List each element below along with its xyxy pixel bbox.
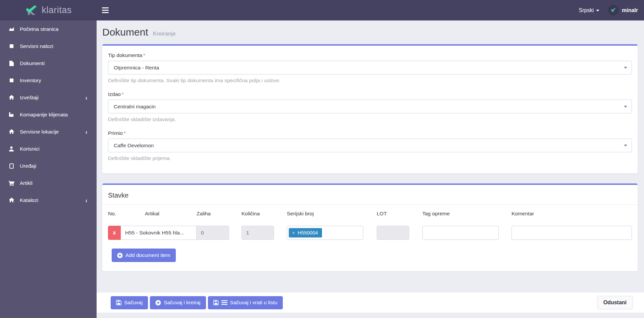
col-komentar: Komentar bbox=[512, 211, 632, 217]
cart-icon bbox=[8, 180, 15, 186]
kolicina-input bbox=[241, 226, 274, 240]
plus-circle-icon bbox=[117, 253, 123, 258]
square-icon bbox=[8, 44, 15, 49]
save-and-create-button[interactable]: Sačuvaj i kreiraj bbox=[150, 296, 206, 309]
language-label: Srpski bbox=[579, 7, 594, 13]
remove-serial-icon[interactable]: × bbox=[292, 230, 295, 235]
save-icon bbox=[116, 300, 121, 305]
page-subtitle: Kreiranje bbox=[153, 31, 176, 37]
add-document-item-button[interactable]: Add document item bbox=[112, 249, 176, 262]
field-label: Tip dokumenta bbox=[108, 52, 142, 58]
col-serijski-broj: Serijski broj bbox=[287, 211, 363, 217]
col-kolicina: Količina bbox=[241, 211, 274, 217]
caret-down-icon bbox=[596, 10, 599, 11]
sidebar-item-artikli[interactable]: Artikli bbox=[0, 174, 97, 192]
items-card: Stavke No. Artikal Zaliha Količina Serij… bbox=[102, 183, 638, 271]
field-tip-dokumenta: Tip dokumenta* Otpremnica - Renta Defini… bbox=[108, 52, 632, 84]
lot-input bbox=[377, 226, 409, 240]
save-button-label: Sačuvaj bbox=[124, 300, 143, 306]
save-button[interactable]: Sačuvaj bbox=[111, 296, 148, 309]
serial-tag: × H550004 bbox=[289, 228, 322, 237]
tablet-icon bbox=[8, 163, 15, 169]
topbar: klaritas Srpski minalr bbox=[0, 0, 644, 20]
user-menu[interactable]: minalr bbox=[608, 5, 638, 15]
tag-opreme-input[interactable] bbox=[422, 226, 499, 240]
footer-action-bar: Sačuvaj Sačuvaj i kreiraj Sačuvaj i vrat… bbox=[97, 293, 644, 313]
delete-item-button[interactable]: x bbox=[108, 226, 121, 240]
home-icon bbox=[8, 95, 15, 100]
brand[interactable]: klaritas bbox=[0, 0, 97, 20]
sidebar-item-komapanije-klijenata[interactable]: Komapanije klijenata bbox=[0, 106, 97, 123]
chevron-left-icon: ‹ bbox=[86, 128, 87, 135]
select-value: Centralni magacin bbox=[114, 104, 156, 110]
close-icon: x bbox=[113, 230, 116, 236]
sidebar-item-servisne-lokacije[interactable]: Servisne lokacije ‹ bbox=[0, 123, 97, 140]
industry-icon bbox=[8, 112, 15, 117]
chevron-down-icon bbox=[624, 145, 627, 147]
home-icon bbox=[8, 129, 15, 135]
document-form-card: Tip dokumenta* Otpremnica - Renta Defini… bbox=[102, 44, 638, 173]
primio-select[interactable]: Caffe Develomon bbox=[108, 139, 632, 152]
col-no: No. bbox=[108, 211, 121, 217]
col-tag-opreme: Tag opreme bbox=[422, 211, 499, 217]
field-help: Definišite skladište prijema. bbox=[108, 155, 632, 161]
select-value: Otpremnica - Renta bbox=[114, 65, 159, 71]
chart-area-icon bbox=[8, 26, 15, 32]
save-and-create-label: Sačuvaj i kreiraj bbox=[164, 300, 200, 306]
col-artikal: Artikal bbox=[121, 211, 197, 217]
avatar-logo-icon bbox=[610, 8, 616, 13]
sidebar-item-korisnici[interactable]: Korisnici bbox=[0, 140, 97, 157]
sidebar-item-inventory[interactable]: Inventory bbox=[0, 72, 97, 89]
sidebar-item-servisni-nalozi[interactable]: Servisni nalozi bbox=[0, 38, 97, 55]
save-and-return-button[interactable]: Sačuvaj i vrati u listu bbox=[208, 296, 283, 309]
add-button-label: Add document item bbox=[125, 252, 170, 258]
field-izdao: Izdao* Centralni magacin Definišite skla… bbox=[108, 91, 632, 122]
plus-circle-icon bbox=[155, 300, 161, 306]
sidebar-item-izvestaji[interactable]: Izveštaji ‹ bbox=[0, 89, 97, 106]
file-icon bbox=[8, 61, 15, 66]
col-zaliha: Zaliha bbox=[197, 211, 229, 217]
tip-dokumenta-select[interactable]: Otpremnica - Renta bbox=[108, 61, 632, 74]
sidebar-item-katalozi[interactable]: Katalozi ‹ bbox=[0, 192, 97, 209]
chevron-down-icon bbox=[624, 106, 627, 108]
zaliha-input bbox=[197, 226, 229, 240]
sidebar: Početna stranica Servisni nalozi Dokumen… bbox=[0, 20, 97, 318]
serijski-broj-input[interactable]: × H550004 bbox=[287, 226, 363, 240]
izdao-select[interactable]: Centralni magacin bbox=[108, 100, 632, 113]
cancel-button-label: Odustani bbox=[603, 300, 627, 306]
klaritas-logo-icon bbox=[25, 5, 38, 16]
field-primio: Primio* Caffe Develomon Definišite sklad… bbox=[108, 130, 632, 161]
list-icon bbox=[221, 300, 227, 305]
main-content: Dokument Kreiranje Tip dokumenta* Otprem… bbox=[97, 20, 644, 318]
page-title-text: Dokument bbox=[102, 26, 148, 38]
required-asterisk: * bbox=[124, 130, 126, 136]
items-section-title: Stavke bbox=[108, 192, 632, 205]
chevron-down-icon bbox=[624, 67, 627, 69]
sidebar-item-pocetna-stranica[interactable]: Početna stranica bbox=[0, 20, 97, 38]
sidebar-item-uredjaji[interactable]: Uređaji bbox=[0, 157, 97, 174]
chevron-left-icon: ‹ bbox=[86, 196, 87, 204]
required-asterisk: * bbox=[143, 52, 145, 58]
col-lot: LOT bbox=[377, 211, 409, 217]
items-table-header: No. Artikal Zaliha Količina Serijski bro… bbox=[108, 211, 632, 217]
divider bbox=[102, 205, 638, 205]
brand-name: klaritas bbox=[42, 5, 72, 15]
page-title: Dokument Kreiranje bbox=[102, 26, 638, 38]
square-icon bbox=[8, 78, 15, 83]
user-icon bbox=[8, 146, 15, 152]
save-icon bbox=[213, 300, 219, 305]
select-value: Caffe Develomon bbox=[114, 143, 154, 149]
chevron-left-icon: ‹ bbox=[86, 94, 87, 101]
home-icon bbox=[8, 198, 15, 203]
menu-icon[interactable] bbox=[102, 5, 113, 16]
cancel-button[interactable]: Odustani bbox=[597, 296, 633, 309]
sidebar-item-dokumenti[interactable]: Dokumenti bbox=[0, 55, 97, 72]
field-label: Izdao bbox=[108, 91, 121, 97]
username: minalr bbox=[622, 7, 638, 13]
field-help: Definišite skladište izdavanja. bbox=[108, 116, 632, 122]
artikal-select[interactable]: H55 - Sokovnik H55 hla... bbox=[121, 226, 197, 240]
serial-tag-label: H550004 bbox=[298, 230, 318, 235]
komentar-input[interactable] bbox=[512, 226, 632, 240]
avatar bbox=[608, 5, 619, 15]
language-dropdown[interactable]: Srpski bbox=[579, 7, 599, 13]
